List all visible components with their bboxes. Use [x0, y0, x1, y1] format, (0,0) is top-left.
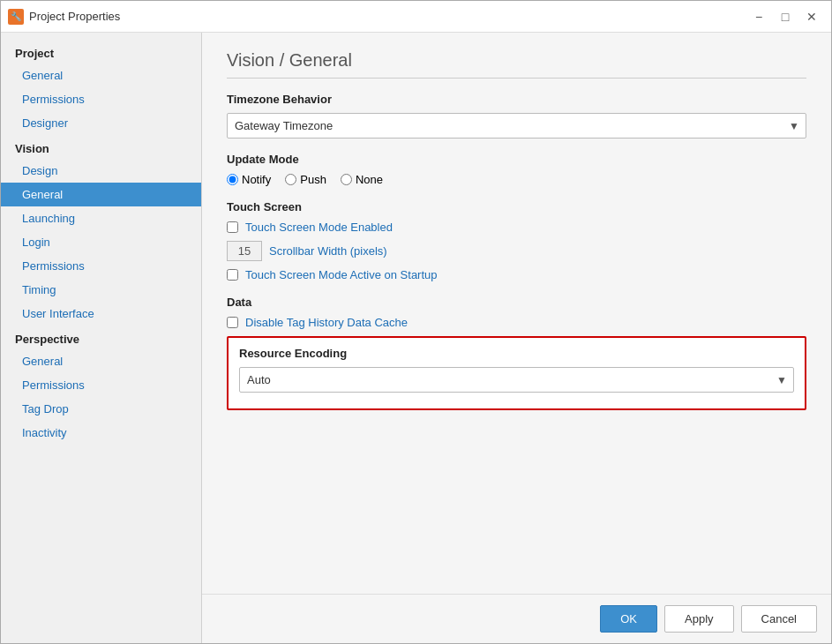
sidebar-item-vision-user-interface[interactable]: User Interface — [1, 302, 201, 326]
disable-cache-label[interactable]: Disable Tag History Data Cache — [245, 316, 408, 329]
sidebar-item-perspective-inactivity[interactable]: Inactivity — [1, 421, 201, 445]
sidebar-section-perspective: Perspective — [1, 326, 201, 349]
touch-active-checkbox[interactable] — [227, 269, 238, 281]
update-mode-radio-group: Notify Push None — [227, 173, 806, 186]
main-window: 🔧 Project Properties − □ ✕ Project Gener… — [0, 0, 832, 644]
scrollbar-width-row: Scrollbar Width (pixels) — [227, 241, 806, 261]
sidebar-item-perspective-tag-drop[interactable]: Tag Drop — [1, 397, 201, 421]
sidebar-item-project-designer[interactable]: Designer — [1, 111, 201, 135]
content-area: Vision / General Timezone Behavior Gatew… — [202, 33, 831, 594]
footer: OK Apply Cancel — [202, 594, 831, 643]
sidebar-item-vision-launching[interactable]: Launching — [1, 206, 201, 230]
touch-enabled-checkbox[interactable] — [227, 221, 238, 233]
sidebar-item-perspective-permissions[interactable]: Permissions — [1, 373, 201, 397]
touch-enabled-row: Touch Screen Mode Enabled — [227, 221, 806, 234]
update-mode-none[interactable]: None — [341, 173, 383, 186]
update-mode-notify[interactable]: Notify — [227, 173, 271, 186]
sidebar-item-vision-design[interactable]: Design — [1, 159, 201, 183]
app-icon: 🔧 — [8, 9, 24, 25]
sidebar-section-project: Project — [1, 40, 201, 64]
update-mode-notify-radio[interactable] — [227, 174, 238, 185]
page-title: Vision / General — [227, 50, 806, 79]
window-controls: − □ ✕ — [746, 4, 824, 29]
disable-cache-checkbox[interactable] — [227, 317, 238, 328]
minimize-button[interactable]: − — [746, 4, 771, 29]
title-bar: 🔧 Project Properties − □ ✕ — [1, 1, 831, 33]
sidebar-section-vision: Vision — [1, 135, 201, 159]
touch-active-label[interactable]: Touch Screen Mode Active on Startup — [245, 268, 438, 281]
scrollbar-width-label: Scrollbar Width (pixels) — [269, 244, 387, 258]
touch-active-row: Touch Screen Mode Active on Startup — [227, 268, 806, 281]
touch-enabled-label[interactable]: Touch Screen Mode Enabled — [245, 221, 393, 234]
resource-encoding-label: Resource Encoding — [239, 347, 794, 360]
update-mode-push[interactable]: Push — [285, 173, 326, 186]
timezone-section-label: Timezone Behavior — [227, 93, 806, 106]
update-mode-none-radio[interactable] — [341, 174, 352, 185]
cancel-button[interactable]: Cancel — [741, 605, 817, 633]
sidebar: Project General Permissions Designer Vis… — [1, 33, 202, 643]
timezone-dropdown-wrapper: Gateway Timezone Client Timezone Specify… — [227, 113, 806, 139]
sidebar-item-vision-timing[interactable]: Timing — [1, 278, 201, 302]
apply-button[interactable]: Apply — [664, 605, 734, 633]
sidebar-item-vision-permissions[interactable]: Permissions — [1, 254, 201, 278]
data-section-label: Data — [227, 296, 806, 309]
disable-cache-row: Disable Tag History Data Cache — [227, 316, 806, 329]
sidebar-item-project-permissions[interactable]: Permissions — [1, 87, 201, 111]
update-mode-section-label: Update Mode — [227, 153, 806, 166]
resource-encoding-box: Resource Encoding Auto UTF-8 ISO-8859-1 … — [227, 336, 806, 410]
sidebar-item-project-general[interactable]: General — [1, 64, 201, 87]
update-mode-push-radio[interactable] — [285, 174, 296, 185]
window-body: Project General Permissions Designer Vis… — [1, 33, 831, 643]
maximize-button[interactable]: □ — [773, 4, 798, 29]
close-button[interactable]: ✕ — [799, 4, 824, 29]
sidebar-item-vision-general[interactable]: General — [1, 183, 201, 206]
scrollbar-width-input[interactable] — [227, 241, 262, 261]
ok-button[interactable]: OK — [600, 605, 657, 633]
timezone-dropdown[interactable]: Gateway Timezone Client Timezone Specify… — [227, 113, 806, 139]
main-content: Vision / General Timezone Behavior Gatew… — [202, 33, 831, 643]
window-title: Project Properties — [29, 10, 746, 23]
resource-encoding-dropdown-wrapper: Auto UTF-8 ISO-8859-1 ▼ — [239, 367, 794, 393]
resource-encoding-dropdown[interactable]: Auto UTF-8 ISO-8859-1 — [239, 367, 794, 393]
touch-screen-section-label: Touch Screen — [227, 200, 806, 213]
sidebar-item-vision-login[interactable]: Login — [1, 230, 201, 254]
sidebar-item-perspective-general[interactable]: General — [1, 349, 201, 373]
